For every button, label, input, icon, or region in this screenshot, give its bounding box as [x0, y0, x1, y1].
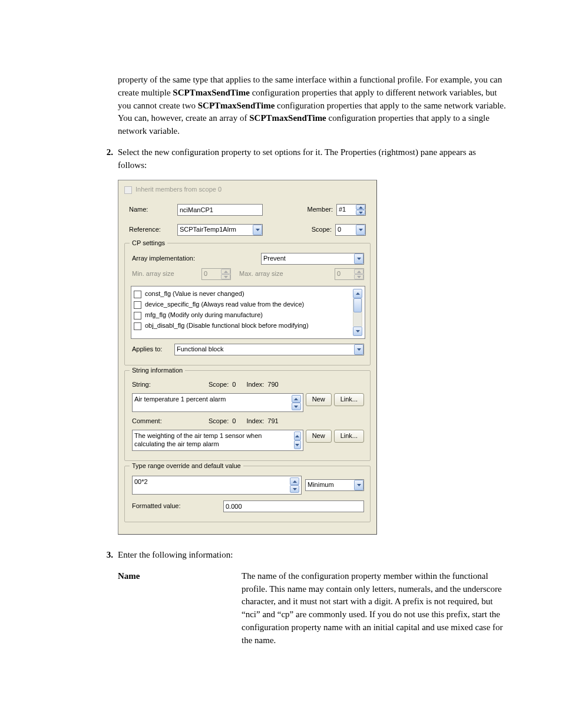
chevron-down-icon[interactable] [354, 253, 363, 264]
svg-marker-11 [357, 348, 361, 351]
definition-term: Name [118, 570, 242, 647]
override-hex-value: 00*2 [134, 477, 290, 494]
cp-settings-group: CP settings Array implementation: Preven… [124, 243, 371, 365]
list-item[interactable]: const_flg (Value is never changed) [134, 289, 351, 299]
definition-row: Name The name of the configuration prope… [118, 570, 506, 647]
svg-marker-2 [256, 229, 260, 231]
svg-marker-1 [359, 212, 363, 214]
list-item[interactable]: mfg_flg (Modify only during manufacture) [134, 310, 351, 321]
override-select[interactable]: Minimum [305, 479, 364, 491]
string-scope-label: Scope: [209, 380, 229, 390]
spin-down-icon [221, 274, 230, 279]
spin-up-icon[interactable] [290, 477, 299, 485]
string-index-label: Index: [246, 380, 264, 390]
spin-down-icon[interactable] [294, 440, 301, 449]
spin-up-icon [221, 269, 230, 274]
list-item[interactable]: device_specific_flg (Always read value f… [134, 299, 351, 310]
new-button[interactable]: New [306, 430, 332, 443]
svg-marker-6 [224, 276, 228, 278]
svg-marker-18 [357, 484, 361, 486]
member-stepper[interactable] [336, 204, 366, 216]
min-array-value [202, 269, 221, 279]
link-button[interactable]: Link... [334, 393, 364, 406]
step-text: Select the new configuration property to… [118, 146, 506, 172]
flag-label: mfg_flg (Modify only during manufacture) [145, 311, 263, 320]
flags-list[interactable]: const_flg (Value is never changed) devic… [131, 286, 365, 339]
spin-down-icon[interactable] [292, 403, 301, 410]
properties-pane: Inherit members from scope 0 Name: Membe… [118, 180, 377, 535]
override-legend: Type range override and default value [130, 462, 243, 471]
definition-body: The name of the configuration property m… [242, 570, 506, 647]
formatted-value-label: Formatted value: [132, 502, 223, 511]
comment-index-value: 791 [267, 417, 278, 426]
new-button[interactable]: New [306, 393, 332, 406]
string-text-field[interactable]: Air temperature 1 percent alarm [132, 393, 303, 412]
checkbox[interactable] [134, 301, 141, 309]
flag-label: obj_disabl_flg (Disable functional block… [145, 321, 309, 331]
chevron-down-icon[interactable] [356, 225, 365, 235]
step-3: 3. Enter the following information: [95, 549, 506, 562]
checkbox[interactable] [134, 291, 141, 298]
chevron-down-icon[interactable] [253, 225, 262, 235]
svg-marker-15 [295, 444, 299, 446]
svg-marker-10 [356, 330, 360, 332]
inherit-label: Inherit members from scope 0 [135, 185, 222, 195]
name-label: Name: [129, 205, 177, 215]
link-button[interactable]: Link... [334, 430, 364, 443]
max-array-label: Max. array size [239, 269, 283, 279]
chevron-down-icon[interactable] [354, 480, 363, 490]
applies-to-label: Applies to: [132, 345, 174, 354]
checkbox[interactable] [134, 312, 141, 319]
svg-marker-13 [294, 406, 298, 408]
svg-marker-4 [357, 258, 361, 260]
flag-label: const_flg (Value is never changed) [145, 289, 244, 299]
member-value[interactable] [337, 205, 356, 215]
svg-marker-12 [294, 398, 298, 400]
list-number: 3. [95, 549, 113, 562]
max-array-value [335, 269, 354, 279]
spin-down-icon[interactable] [290, 485, 299, 493]
chevron-down-icon[interactable] [354, 344, 363, 355]
comment-scope-label: Scope: [209, 417, 229, 426]
svg-marker-7 [357, 271, 361, 273]
list-item[interactable]: obj_disabl_flg (Disable functional block… [134, 321, 351, 331]
svg-marker-16 [293, 480, 297, 483]
cp-settings-legend: CP settings [130, 239, 167, 248]
spin-up-icon[interactable] [356, 205, 365, 210]
string-text-value: Air temperature 1 percent alarm [134, 395, 292, 411]
reference-select[interactable]: SCPTairTemp1Alrm [177, 224, 263, 236]
array-impl-select[interactable]: Prevent [261, 253, 364, 265]
comment-scope-value: 0 [232, 417, 236, 426]
svg-marker-3 [359, 229, 363, 231]
comment-label: Comment: [132, 417, 209, 426]
reference-value: SCPTairTemp1Alrm [180, 225, 252, 235]
inherit-checkbox [124, 186, 132, 194]
spin-up-icon [354, 269, 363, 274]
array-impl-value: Prevent [263, 254, 353, 263]
applies-to-select[interactable]: Functional block [174, 344, 364, 355]
step-text: Enter the following information: [118, 549, 506, 562]
svg-marker-8 [357, 276, 361, 278]
name-field[interactable] [177, 204, 263, 216]
applies-to-value: Functional block [177, 345, 353, 354]
scrollbar[interactable] [353, 289, 362, 336]
override-hex-field[interactable]: 00*2 [132, 476, 302, 495]
bold-text: SCPTmaxSendTime [249, 113, 326, 123]
list-number: 2. [95, 146, 113, 159]
checkbox[interactable] [134, 322, 141, 330]
spin-down-icon[interactable] [356, 210, 365, 215]
scope-select[interactable]: 0 [335, 224, 366, 236]
formatted-value-field[interactable] [223, 500, 364, 512]
spin-up-icon[interactable] [292, 395, 301, 403]
scope-label: Scope: [312, 225, 332, 235]
comment-text-field[interactable]: The weighting of the air temp 1 sensor w… [132, 430, 303, 451]
spin-up-icon[interactable] [294, 431, 301, 440]
scroll-track[interactable] [353, 298, 362, 327]
scroll-down-icon[interactable] [353, 327, 362, 336]
scope-value: 0 [338, 225, 355, 235]
scroll-thumb[interactable] [353, 298, 362, 312]
min-array-stepper [201, 268, 231, 280]
comment-text-value: The weighting of the air temp 1 sensor w… [134, 431, 294, 449]
scroll-up-icon[interactable] [353, 289, 362, 298]
intro-paragraph: property of the same type that applies t… [118, 74, 506, 138]
